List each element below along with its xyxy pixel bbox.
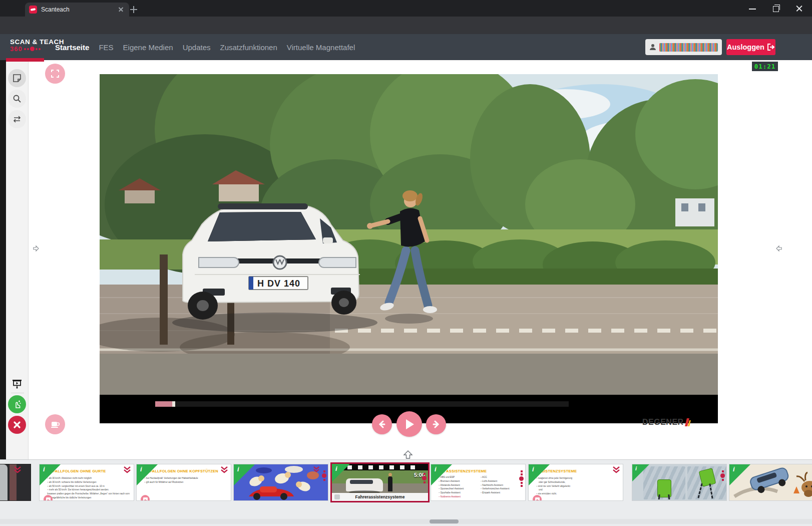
image-badge-icon[interactable]: [44, 495, 53, 501]
logo-dots-decoration: [24, 47, 41, 51]
expand-chevron-icon[interactable]: [220, 466, 228, 473]
image-badge-icon[interactable]: [141, 495, 150, 501]
image-badge-icon[interactable]: [533, 495, 542, 501]
user-icon: [649, 44, 656, 51]
menu-item-updates[interactable]: Updates: [183, 43, 211, 52]
coffee-cup-icon: [51, 420, 60, 428]
logout-label: Ausloggen: [727, 43, 764, 51]
menu-item-virtuelle-magnettafel[interactable]: Virtuelle Magnettafel: [287, 43, 355, 52]
logout-button[interactable]: Ausloggen: [726, 39, 775, 55]
menu-item-startseite[interactable]: Startseite: [55, 43, 89, 52]
white-car-shape: [346, 478, 383, 491]
previous-button[interactable]: [372, 414, 392, 434]
car-seat-shape: [0, 464, 8, 501]
thumbnail-slide-unfallfolgen-gurte[interactable]: i UNFALLFOLGEN OHNE GURTE – ab 30 km/h: …: [39, 464, 134, 501]
arrow-right-icon: [33, 245, 40, 252]
thumbnail-slide-unfallfolgen-kopfstuetzen[interactable]: i UNFALLFOLGEN OHNE KOPFSTÜTZEN – bei He…: [136, 464, 231, 501]
license-plate: H DV 140: [249, 277, 308, 290]
slide-bullets: – reagieren ohne jede Verzögerung oder g…: [536, 476, 619, 496]
application-window: Scanteach: [0, 0, 812, 526]
interactive-pointer-button[interactable]: [8, 395, 26, 413]
skid-mark: [697, 483, 704, 499]
left-dark-panel: [0, 60, 6, 526]
thumbnail-cartoon-angels[interactable]: i: [233, 464, 328, 501]
bullet: – Spurwechsel-Assistent: [439, 487, 476, 491]
person-shape: [388, 476, 392, 491]
video-frame-scene: H DV 140: [100, 74, 718, 423]
bullet: oder gar Schrecksekunde,: [536, 480, 619, 484]
expand-left-panel-handle[interactable]: [32, 244, 40, 253]
browser-tab-bar: Scanteach: [0, 0, 812, 17]
logout-icon: [767, 44, 775, 51]
thumbnail-video-fahrerassistenzsysteme-selected[interactable]: i 5:00 Fahrerassistenzsysteme: [330, 462, 430, 502]
skid-mark: [709, 483, 714, 499]
bullet: – bei Heckaufprall: Verletzungen der Hal…: [144, 476, 227, 480]
thumbnail-seatbelt-photo[interactable]: [0, 464, 31, 501]
tab-close-icon[interactable]: [117, 6, 125, 14]
bullet: – reagieren ohne jede Verzögerung: [536, 476, 619, 480]
close-session-button[interactable]: [8, 416, 26, 434]
bullet: – Verkehrszeichen-Assistent: [481, 487, 518, 491]
window-minimize-button[interactable]: [745, 4, 760, 13]
degener-watermark: DEGENER: [642, 418, 691, 427]
window-restore-button[interactable]: [768, 4, 783, 13]
bullet: – sind nie vom Verkehr abgelenkt: [536, 484, 619, 488]
arrow-left-icon: [378, 420, 386, 428]
degener-text: DEGENER: [642, 418, 684, 427]
expand-chevron-icon[interactable]: [313, 466, 320, 472]
bullet: – Notbrems-Assistent: [439, 495, 476, 499]
search-tool-button[interactable]: [8, 90, 26, 108]
note-icon: [13, 74, 22, 83]
bullet: Insassen prallen gegen die Frontscheibe.…: [47, 492, 130, 496]
username-censored: [659, 43, 718, 52]
expand-chevron-icon[interactable]: [612, 466, 620, 473]
red-dots-indicator: [720, 470, 725, 481]
play-button[interactable]: [396, 411, 422, 437]
expand-chevron-icon[interactable]: [14, 466, 22, 473]
expand-right-panel-handle[interactable]: [775, 244, 783, 253]
progress-fill: [155, 401, 172, 407]
arrow-left-icon: [775, 245, 782, 252]
presentation-mode-button[interactable]: [8, 375, 26, 393]
video-player[interactable]: H DV 140: [100, 74, 718, 423]
slide-filmstrip[interactable]: i UNFALLFOLGEN OHNE GURTE – ab 30 km/h: …: [0, 459, 812, 526]
bullet: – Spurhalte-Assistent: [439, 491, 476, 495]
slide-type-icon: [334, 494, 340, 499]
bullet: – ab 30 km/h: Abstützen nicht mehr mögli…: [47, 476, 130, 480]
thumbnail-cartoon-moose-crash[interactable]: i: [729, 464, 812, 501]
search-icon: [13, 94, 22, 103]
thumbnail-slide-assistenzsysteme[interactable]: i ASSISTENZSYSTEME – reagieren ohne jede…: [528, 464, 623, 501]
logo-text-360: 360: [10, 46, 23, 53]
browser-toolbar: [0, 17, 812, 34]
app-navbar: SCAN & TEACH 360 Startseite FES Eigene M…: [0, 34, 812, 60]
bullet: – Einpark-Assistent: [481, 491, 518, 495]
menu-item-fes[interactable]: FES: [99, 43, 113, 52]
filmstrip-scrollbar-thumb[interactable]: [430, 519, 459, 523]
notes-tool-button[interactable]: [8, 69, 26, 87]
arrow-up-icon: [403, 450, 413, 459]
arrow-right-icon: [432, 420, 440, 428]
session-timer: 01:21: [752, 62, 778, 71]
next-button[interactable]: [426, 414, 446, 434]
menu-item-eigene-medien[interactable]: Eigene Medien: [123, 43, 173, 52]
red-dots-indicator: [422, 473, 427, 483]
bullet: – Licht-Assistent: [481, 479, 518, 483]
thumbnail-illustration-aquaplaning[interactable]: i: [632, 464, 727, 501]
expand-chevron-icon[interactable]: [123, 466, 131, 473]
window-close-button[interactable]: [792, 4, 807, 13]
filmstrip-scrollbar-track[interactable]: [0, 519, 812, 524]
magic-hand-icon: [12, 399, 22, 409]
repeat-tool-button[interactable]: [8, 110, 26, 128]
menu-item-zusatzfunktionen[interactable]: Zusatzfunktionen: [220, 43, 277, 52]
fullscreen-button[interactable]: [45, 64, 65, 84]
collapse-filmstrip-handle[interactable]: [402, 450, 414, 459]
thumbnail-slide-die-assistenzsysteme[interactable]: i DIE ASSISTENZSYSTEME – ABS und ESP – B…: [431, 464, 526, 501]
user-account-pill[interactable]: [645, 39, 722, 55]
video-progress-bar[interactable]: [155, 401, 569, 407]
new-tab-button[interactable]: [129, 5, 138, 14]
slide-title: DIE ASSISTENZSYSTEME: [439, 469, 510, 473]
bullet: – Bremsen-Assistent: [439, 479, 476, 483]
break-button[interactable]: [45, 414, 65, 434]
browser-tab[interactable]: Scanteach: [25, 3, 129, 17]
road-panel-left: [643, 466, 685, 499]
